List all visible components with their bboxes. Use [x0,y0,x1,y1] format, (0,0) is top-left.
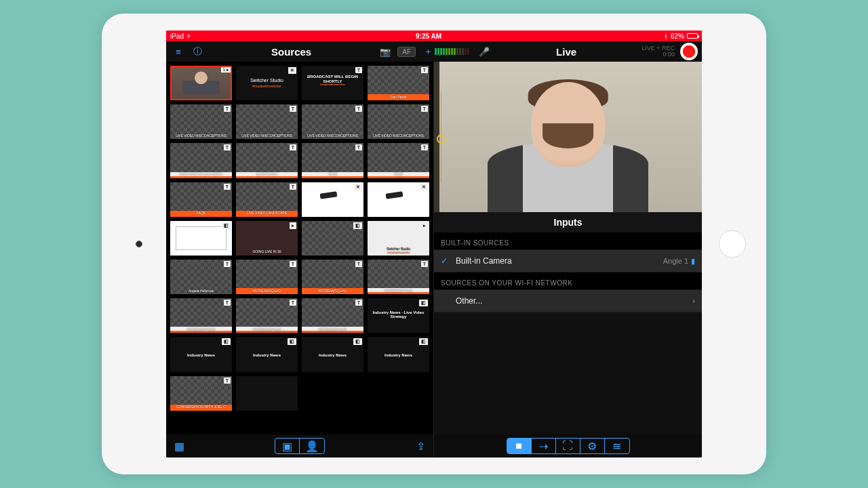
person-layout-button[interactable]: 👤 [300,439,324,453]
thumb-badge: T [421,261,428,267]
source-thumb[interactable]: ▸Switcher Studio#madewithswitcher [368,221,429,256]
thumb-badge: T [355,261,362,267]
thumb-badge: T [224,184,231,190]
app-screen: iPad ᯤ 9:25 AM ᚼ 62% ≡ ⓘ Sources 📷 AF ＋ [166,30,702,458]
ipad-home-button[interactable] [719,230,746,258]
other-row[interactable]: ✓ Other... › [434,289,702,312]
thumb-badge: T [421,144,428,150]
thumb-badge: ✕ [354,184,362,190]
fullscreen-tab[interactable]: ⛶ [556,439,580,453]
output-tab[interactable]: ⇢ [532,439,556,453]
clock: 9:25 AM [193,33,664,40]
thumb-badge: T [421,106,428,112]
add-source-button[interactable]: ＋ [421,45,435,58]
live-preview[interactable] [434,62,702,212]
source-thumb[interactable]: ◧ [302,221,363,256]
thumb-caption: LIVE VIDEO MISCONCEPTIONS [237,134,296,138]
source-thumb[interactable]: TFAQS [302,143,363,178]
thumb-caption: FAQS [172,211,231,216]
source-thumb[interactable]: ◧Industry News [302,337,363,371]
source-thumb[interactable]: TLIVE VIDEO MISCONCEPTIONS [302,104,363,139]
info-button[interactable]: ⓘ [191,45,204,58]
audio-tab[interactable]: ≋ [605,439,629,453]
source-thumb[interactable]: T#STREAMSQUAD [302,260,363,294]
source-thumb[interactable]: ◧Industry News [236,337,298,371]
thumb-caption: CONVERSATION WITH JOEL C [172,405,231,409]
thumb-caption: #STREAMSQUAD [303,289,362,293]
source-thumb[interactable]: ◧Industry News · Live Video Strategy [368,298,429,333]
settings-tab[interactable]: ⚙ [580,439,605,453]
camera-button[interactable]: 📷 [378,45,392,58]
thumb-badge: T [421,67,428,73]
sources-grid-wrap: 1 ▸✕Switcher Studio#madewithswitcherTBRO… [166,62,433,434]
thumb-caption: #STREAMSQUAD [172,328,231,332]
source-thumb[interactable]: TFAQS [368,143,429,178]
thumb-badge: ✕ [288,67,296,74]
camera-tab[interactable]: ■ [507,439,532,453]
source-thumb[interactable]: TBROADCAST WILL BEGIN SHORTLY#madewithsw… [302,66,363,100]
thumb-badge: T [224,300,231,306]
thumb-badge: ◧ [353,222,362,229]
thumb-badge: 1 ▸ [221,67,231,73]
row-meta: Angle 1 ▮ [663,257,695,266]
source-thumb[interactable]: TCONVERSATION WITH JOEL C [170,376,232,411]
right-bottom-bar: ■ ⇢ ⛶ ⚙ ≋ [434,434,702,458]
thumb-badge: T [355,67,362,73]
source-thumb[interactable]: 1 ▸ [170,66,232,100]
source-thumb[interactable]: ◧Industry News [170,337,232,371]
source-thumb[interactable]: ◧Industry News [368,337,429,371]
mic-toggle[interactable]: 🎤 [477,45,491,58]
share-button[interactable]: ⇪ [413,439,428,453]
sources-panel: 1 ▸✕Switcher Studio#madewithswitcherTBRO… [166,62,434,458]
menu-button[interactable]: ≡ [172,45,185,58]
source-thumb[interactable]: T#STREAMSQUAD [236,298,298,333]
source-thumb[interactable]: T#STREAMSQUAD [368,260,429,294]
source-thumb[interactable]: TAngela Holbrook [170,260,232,294]
audio-levels [435,48,469,55]
thumb-caption: GOING LIVE IN 30 [237,250,296,254]
thumb-caption: QUESTIONS? [237,173,296,177]
source-thumb[interactable]: ✕ [368,182,429,217]
thumb-caption: Industry News [172,353,231,358]
source-thumb[interactable]: T#STREAMSQUAD [302,298,363,333]
source-thumb[interactable]: TLIVE VIDEO LANDSCAPE [236,182,298,217]
thumb-caption: BROADCAST WILL BEGIN SHORTLY#madewithswi… [303,75,362,87]
preview-person [488,74,648,212]
sources-title: Sources [271,46,311,58]
thumb-badge: T [224,261,231,267]
source-thumb[interactable]: TQUESTIONS? [236,143,298,178]
zoom-handle[interactable] [437,134,446,144]
source-thumb[interactable]: TLIVE VIDEO MISCONCEPTIONS [236,104,298,139]
thumb-badge: T [224,378,231,384]
source-thumb[interactable] [236,376,298,411]
thumb-caption: Industry News [303,353,362,358]
bluetooth-icon: ᚼ [664,33,668,40]
thumb-badge: ✕ [420,184,428,190]
autofocus-toggle[interactable]: AF [397,47,416,57]
builtin-camera-row[interactable]: ✓ Built-in Camera Angle 1 ▮ [434,249,702,272]
source-thumb[interactable]: TSWITCHER STUDIO DEMO [170,143,232,178]
source-thumb[interactable]: TFAQS [170,182,232,217]
thumb-caption: FAQS [303,173,362,177]
thumb-caption: FAQS [369,173,428,177]
source-thumb[interactable]: T#STREAMSQUAD [170,298,232,333]
source-thumb[interactable]: TLIVE VIDEO MISCONCEPTIONS [368,104,429,139]
status-bar: iPad ᯤ 9:25 AM ᚼ 62% [166,30,702,41]
source-thumb[interactable]: ▸GOING LIVE IN 30 [236,221,298,256]
source-thumb[interactable]: ✕Switcher Studio#madewithswitcher [236,66,298,100]
source-thumb[interactable]: TDan Petrik [368,66,429,100]
source-thumb[interactable]: ✕ [302,182,363,217]
thumb-badge: T [355,106,362,112]
pip-layout-button[interactable]: ▣ [275,439,300,453]
record-button[interactable] [680,43,698,60]
thumb-caption: Industry News [237,353,296,358]
output-segment: ■ ⇢ ⛶ ⚙ ≋ [507,438,630,454]
grid-view-button[interactable]: ▦ [172,439,186,453]
thumb-badge: T [355,144,362,150]
source-thumb[interactable]: TLIVE VIDEO MISCONCEPTIONS [170,104,232,139]
battery-icon [687,33,698,39]
thumb-badge: T [290,144,296,150]
thumb-badge: T [355,300,362,306]
source-thumb[interactable]: T#STREAMSQUAD [236,260,298,294]
source-thumb[interactable]: ◧ [170,221,232,256]
